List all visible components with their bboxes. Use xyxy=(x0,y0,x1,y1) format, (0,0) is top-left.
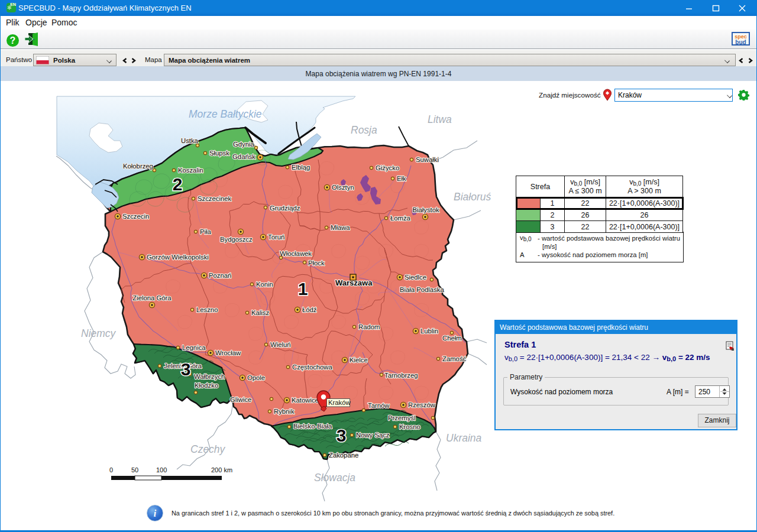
svg-text:Grudziądz: Grudziądz xyxy=(270,205,300,212)
svg-text:Ustka: Ustka xyxy=(181,137,199,144)
svg-text:Siedlce: Siedlce xyxy=(405,274,426,281)
svg-text:Ełk: Ełk xyxy=(397,175,406,182)
svg-text:200 km: 200 km xyxy=(211,466,232,473)
svg-text:Kielce: Kielce xyxy=(350,356,368,364)
svg-text:Biała Podlaska: Biała Podlaska xyxy=(400,286,444,293)
svg-text:Gdynia: Gdynia xyxy=(233,141,255,148)
svg-text:Elbląg: Elbląg xyxy=(292,164,310,171)
svg-text:Niemcy: Niemcy xyxy=(81,327,117,339)
svg-text:Zielona Góra: Zielona Góra xyxy=(132,294,172,301)
svg-text:Gliwice: Gliwice xyxy=(230,396,251,403)
svg-text:Nowy Sącz: Nowy Sącz xyxy=(356,432,390,439)
svg-text:Zamość: Zamość xyxy=(442,355,467,362)
svg-text:Legnica: Legnica xyxy=(182,344,206,351)
svg-text:Ukraina: Ukraina xyxy=(446,432,482,444)
svg-text:Kalisz: Kalisz xyxy=(251,309,269,316)
svg-text:3: 3 xyxy=(337,426,347,445)
svg-text:Krosno: Krosno xyxy=(399,423,420,430)
svg-text:Łódź: Łódź xyxy=(302,306,317,313)
svg-text:Słowacja: Słowacja xyxy=(314,472,355,484)
svg-text:50: 50 xyxy=(131,466,138,473)
svg-text:Giżycko: Giżycko xyxy=(376,164,399,171)
svg-text:Szczecinek: Szczecinek xyxy=(198,195,231,202)
svg-text:Kłodzko: Kłodzko xyxy=(195,382,218,389)
svg-text:Wrocław: Wrocław xyxy=(215,349,241,356)
svg-text:Białoruś: Białoruś xyxy=(454,191,491,203)
svg-text:0: 0 xyxy=(109,466,113,473)
svg-text:Łomża: Łomża xyxy=(390,215,411,222)
svg-text:Rosja: Rosja xyxy=(351,124,377,136)
svg-text:Opole: Opole xyxy=(247,374,265,381)
svg-text:Częstochowa: Częstochowa xyxy=(292,364,333,371)
svg-text:Tarnobrzeg: Tarnobrzeg xyxy=(384,372,418,379)
svg-text:Bydgoszcz: Bydgoszcz xyxy=(220,236,253,243)
svg-text:Katowice: Katowice xyxy=(292,397,319,404)
svg-text:Mława: Mława xyxy=(331,224,350,231)
svg-text:Leszno: Leszno xyxy=(196,306,218,313)
svg-text:Gdańsk: Gdańsk xyxy=(232,153,255,160)
svg-text:3: 3 xyxy=(181,359,191,379)
svg-text:Koszalin: Koszalin xyxy=(178,167,203,174)
svg-text:Poznań: Poznań xyxy=(209,272,231,279)
svg-text:Piła: Piła xyxy=(200,228,212,235)
svg-text:Toruń: Toruń xyxy=(268,233,284,241)
svg-text:Rybnik: Rybnik xyxy=(274,408,295,415)
svg-text:Czechy: Czechy xyxy=(190,443,226,455)
svg-text:Szczecin: Szczecin xyxy=(122,213,149,220)
svg-text:Słupsk: Słupsk xyxy=(209,150,229,157)
svg-text:Wieluń: Wieluń xyxy=(270,341,291,348)
svg-text:1: 1 xyxy=(298,279,308,299)
svg-text:Wałbrzych: Wałbrzych xyxy=(194,373,225,380)
svg-text:2: 2 xyxy=(173,174,183,194)
svg-text:Chełm: Chełm xyxy=(442,335,462,342)
svg-text:Białystok: Białystok xyxy=(412,206,439,213)
svg-text:Lublin: Lublin xyxy=(420,327,438,335)
svg-text:Płock: Płock xyxy=(308,259,325,267)
svg-text:Kraków: Kraków xyxy=(328,399,351,406)
svg-text:Morze Bałtyckie: Morze Bałtyckie xyxy=(189,108,262,120)
svg-text:Przemyśl: Przemyśl xyxy=(388,414,415,421)
svg-text:Litwa: Litwa xyxy=(428,113,452,125)
svg-text:Gorzów Wielkopolski: Gorzów Wielkopolski xyxy=(147,254,209,261)
svg-text:Rzeszów: Rzeszów xyxy=(408,401,436,408)
svg-text:Bielsko-Biała: Bielsko-Biała xyxy=(293,423,332,430)
svg-text:Tarnów: Tarnów xyxy=(368,402,390,409)
svg-text:Suwałki: Suwałki xyxy=(416,156,439,163)
svg-text:Olsztyn: Olsztyn xyxy=(332,184,354,191)
svg-text:Radom: Radom xyxy=(358,323,380,330)
svg-text:Zakopane: Zakopane xyxy=(329,452,358,459)
svg-text:Konin: Konin xyxy=(256,281,273,288)
svg-text:Włocławek: Włocławek xyxy=(280,250,312,257)
svg-text:100: 100 xyxy=(156,466,167,473)
svg-text:Kołobrzeg: Kołobrzeg xyxy=(123,163,153,170)
